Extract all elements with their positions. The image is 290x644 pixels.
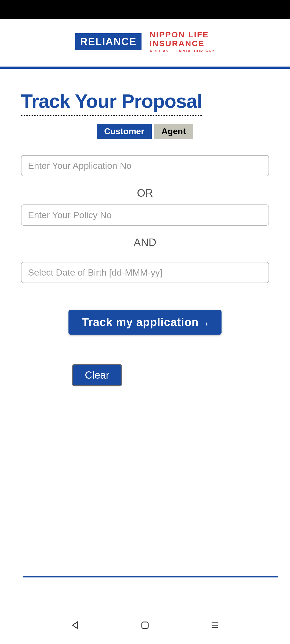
recent-apps-button[interactable]	[209, 619, 221, 631]
svg-rect-0	[142, 622, 148, 628]
track-application-button[interactable]: Track my application ›	[68, 310, 222, 335]
footer-divider	[23, 576, 278, 577]
clear-button[interactable]: Clear	[72, 364, 122, 386]
header-divider	[0, 67, 290, 69]
tab-agent[interactable]: Agent	[154, 124, 193, 139]
status-bar	[0, 0, 290, 19]
track-button-label: Track my application	[82, 316, 199, 328]
reliance-logo-text: RELIANCE	[80, 36, 136, 47]
header: RELIANCE NIPPON LIFE INSURANCE A RELIANC…	[0, 19, 290, 67]
nippon-logo-text: NIPPON LIFE INSURANCE A RELIANCE CAPITAL…	[150, 30, 215, 53]
home-square-icon	[140, 620, 150, 630]
logo: RELIANCE NIPPON LIFE INSURANCE A RELIANC…	[75, 30, 215, 53]
navigation-bar	[0, 606, 290, 644]
and-separator: AND	[21, 236, 269, 248]
nippon-line2: INSURANCE	[150, 39, 215, 48]
tab-group: Customer Agent	[21, 124, 269, 139]
home-button[interactable]	[139, 619, 151, 631]
nippon-line1: NIPPON LIFE	[150, 30, 215, 39]
nippon-subtitle: A RELIANCE CAPITAL COMPANY	[150, 49, 215, 53]
reliance-logo-box: RELIANCE	[75, 33, 141, 50]
menu-lines-icon	[210, 620, 220, 630]
form-area: OR AND Track my application › Clear	[21, 155, 269, 386]
tab-customer[interactable]: Customer	[97, 124, 152, 139]
policy-no-input[interactable]	[21, 204, 269, 226]
back-triangle-icon	[70, 620, 80, 630]
arrow-right-icon: ›	[205, 319, 208, 328]
or-separator: OR	[21, 187, 269, 199]
application-no-input[interactable]	[21, 155, 269, 176]
main-content: Track Your Proposal Customer Agent OR AN…	[0, 90, 290, 386]
page-title: Track Your Proposal	[21, 90, 202, 116]
dob-input[interactable]	[21, 262, 269, 283]
back-button[interactable]	[69, 619, 81, 631]
